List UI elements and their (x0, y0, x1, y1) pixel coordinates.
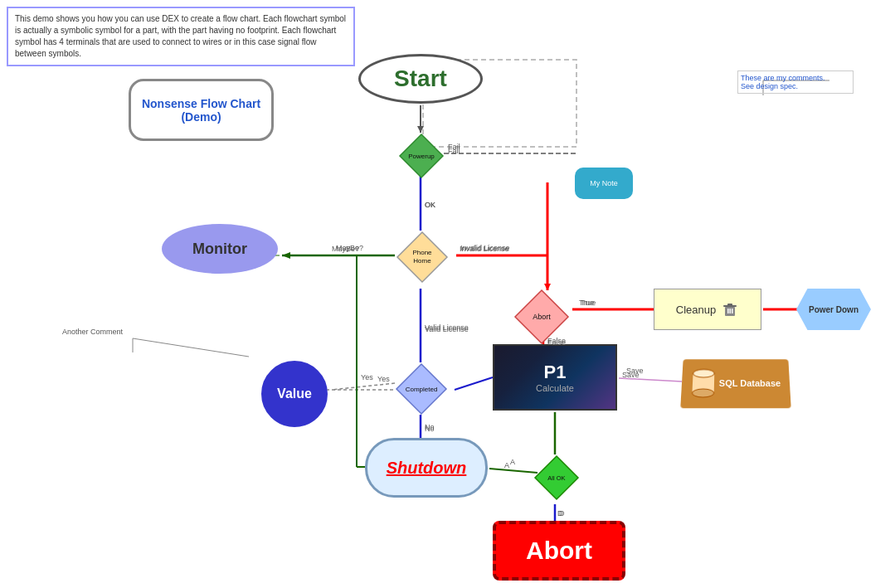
svg-line-28 (489, 469, 537, 473)
p1-node: P1 Calculate (493, 344, 617, 411)
label-save: Save (622, 371, 640, 379)
svg-text:Yes: Yes (361, 373, 373, 381)
label-invalid-license: Invalid License (460, 245, 509, 253)
svg-point-57 (692, 389, 714, 397)
phonehome-node: PhoneHome (396, 231, 449, 284)
sql-database-node: SQL Database (680, 359, 790, 408)
svg-rect-51 (727, 304, 732, 306)
svg-line-22 (455, 377, 493, 390)
shutdown-node: Shutdown (365, 438, 488, 498)
my-note-node: My Note (575, 168, 633, 199)
flowchart-container: Fail OK MayBe? Invalid License Valid Lic… (0, 0, 895, 588)
another-comment: Another Comment (62, 328, 123, 336)
svg-line-37 (133, 338, 249, 357)
label-ok: OK (425, 201, 435, 209)
label-fail: Fail (448, 147, 460, 155)
cylinder-icon (690, 367, 716, 400)
svg-rect-52 (727, 309, 729, 313)
completed-node: Completed (395, 362, 448, 415)
label-valid-license: Valid License (425, 323, 469, 332)
cleanup-node: Cleanup (654, 289, 761, 330)
abort-terminal-node: Abort (493, 521, 625, 581)
abort-diamond-node: Abort (513, 289, 570, 345)
allok-node: All OK (533, 454, 580, 501)
powerup-node: Powerup (398, 133, 445, 179)
info-box: This demo shows you how you can use DEX … (7, 7, 355, 66)
label-d: D (557, 509, 563, 518)
label-maybe: MayBe? (332, 245, 359, 253)
svg-line-23 (332, 383, 395, 390)
title-box: Nonsense Flow Chart (Demo) (129, 79, 274, 141)
svg-rect-53 (730, 309, 732, 313)
svg-text:A: A (510, 458, 515, 466)
monitor-node: Monitor (162, 224, 278, 274)
label-yes: Yes (377, 375, 390, 383)
label-false: False (547, 338, 566, 347)
value-node: Value (261, 361, 328, 427)
start-node: Start (358, 54, 483, 104)
trash-icon (721, 300, 739, 318)
svg-point-58 (693, 370, 714, 378)
svg-rect-54 (732, 309, 733, 313)
powerdown-node: Power Down (796, 289, 871, 330)
label-a: A (504, 461, 509, 469)
label-true: True (579, 299, 594, 307)
comments-box: These are my comments. See design spec. (737, 70, 854, 94)
label-no: No (425, 425, 435, 433)
svg-marker-9 (282, 252, 290, 259)
